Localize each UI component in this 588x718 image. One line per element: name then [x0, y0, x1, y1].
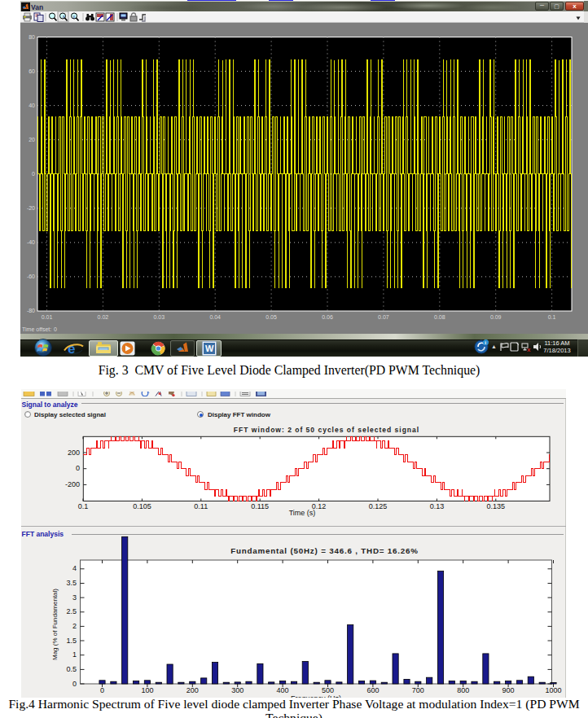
svg-text:1000: 1000 [545, 686, 561, 694]
svg-text:0.105: 0.105 [133, 502, 151, 510]
svg-text:0: 0 [76, 464, 80, 472]
svg-text:4: 4 [72, 564, 77, 572]
svg-text:0: 0 [100, 686, 104, 694]
svg-text:3: 3 [72, 593, 77, 602]
svg-text:800: 800 [457, 686, 469, 694]
svg-text:600: 600 [366, 686, 379, 694]
svg-text:200: 200 [186, 686, 199, 694]
svg-text:0.13: 0.13 [430, 502, 445, 510]
svg-text:0.125: 0.125 [369, 502, 388, 510]
svg-text:0.5: 0.5 [66, 665, 77, 673]
svg-text:0.1: 0.1 [78, 502, 89, 510]
svg-text:Mag (% of Fundamental): Mag (% of Fundamental) [51, 589, 59, 660]
svg-text:0.135: 0.135 [487, 502, 506, 510]
svg-text:2: 2 [72, 622, 77, 630]
svg-text:1.5: 1.5 [66, 637, 77, 645]
svg-text:3.5: 3.5 [66, 579, 77, 587]
svg-text:100: 100 [141, 686, 153, 694]
svg-text:700: 700 [412, 686, 424, 694]
svg-text:900: 900 [502, 686, 515, 694]
svg-text:2.5: 2.5 [66, 607, 77, 615]
svg-text:0.115: 0.115 [251, 502, 269, 510]
svg-text:200: 200 [68, 449, 80, 457]
svg-text:-200: -200 [65, 480, 80, 488]
svg-text:300: 300 [231, 686, 244, 694]
svg-text:500: 500 [322, 686, 334, 694]
svg-text:400: 400 [277, 686, 289, 694]
svg-text:1: 1 [72, 650, 77, 659]
svg-text:0.11: 0.11 [194, 502, 208, 510]
svg-text:Time (s): Time (s) [289, 509, 316, 517]
svg-text:0: 0 [72, 680, 77, 688]
